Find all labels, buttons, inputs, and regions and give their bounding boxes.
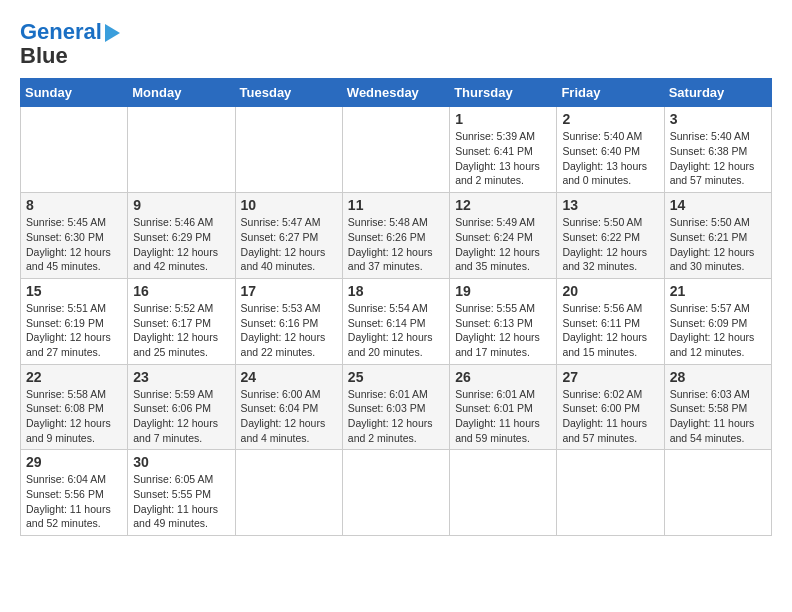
day-number: 2 bbox=[562, 111, 658, 127]
calendar-cell bbox=[342, 107, 449, 193]
column-header-sunday: Sunday bbox=[21, 79, 128, 107]
day-info: Sunrise: 5:59 AMSunset: 6:06 PMDaylight:… bbox=[133, 387, 229, 446]
calendar-cell bbox=[557, 450, 664, 536]
day-number: 20 bbox=[562, 283, 658, 299]
calendar-cell: 10Sunrise: 5:47 AMSunset: 6:27 PMDayligh… bbox=[235, 193, 342, 279]
calendar-cell bbox=[128, 107, 235, 193]
column-header-monday: Monday bbox=[128, 79, 235, 107]
day-number: 9 bbox=[133, 197, 229, 213]
day-number: 29 bbox=[26, 454, 122, 470]
day-info: Sunrise: 6:01 AMSunset: 6:01 PMDaylight:… bbox=[455, 387, 551, 446]
day-info: Sunrise: 6:01 AMSunset: 6:03 PMDaylight:… bbox=[348, 387, 444, 446]
calendar-cell bbox=[342, 450, 449, 536]
day-number: 14 bbox=[670, 197, 766, 213]
calendar-cell: 18Sunrise: 5:54 AMSunset: 6:14 PMDayligh… bbox=[342, 278, 449, 364]
calendar-cell: 12Sunrise: 5:49 AMSunset: 6:24 PMDayligh… bbox=[450, 193, 557, 279]
calendar-week-row: 1Sunrise: 5:39 AMSunset: 6:41 PMDaylight… bbox=[21, 107, 772, 193]
calendar-cell bbox=[235, 107, 342, 193]
day-info: Sunrise: 5:40 AMSunset: 6:38 PMDaylight:… bbox=[670, 129, 766, 188]
calendar-cell: 13Sunrise: 5:50 AMSunset: 6:22 PMDayligh… bbox=[557, 193, 664, 279]
calendar-cell: 19Sunrise: 5:55 AMSunset: 6:13 PMDayligh… bbox=[450, 278, 557, 364]
day-number: 25 bbox=[348, 369, 444, 385]
day-number: 27 bbox=[562, 369, 658, 385]
day-info: Sunrise: 5:39 AMSunset: 6:41 PMDaylight:… bbox=[455, 129, 551, 188]
calendar-cell: 11Sunrise: 5:48 AMSunset: 6:26 PMDayligh… bbox=[342, 193, 449, 279]
day-info: Sunrise: 5:40 AMSunset: 6:40 PMDaylight:… bbox=[562, 129, 658, 188]
day-number: 22 bbox=[26, 369, 122, 385]
calendar-cell: 27Sunrise: 6:02 AMSunset: 6:00 PMDayligh… bbox=[557, 364, 664, 450]
calendar-cell: 24Sunrise: 6:00 AMSunset: 6:04 PMDayligh… bbox=[235, 364, 342, 450]
day-info: Sunrise: 5:47 AMSunset: 6:27 PMDaylight:… bbox=[241, 215, 337, 274]
calendar-cell: 2Sunrise: 5:40 AMSunset: 6:40 PMDaylight… bbox=[557, 107, 664, 193]
calendar-cell: 23Sunrise: 5:59 AMSunset: 6:06 PMDayligh… bbox=[128, 364, 235, 450]
day-info: Sunrise: 5:55 AMSunset: 6:13 PMDaylight:… bbox=[455, 301, 551, 360]
day-number: 23 bbox=[133, 369, 229, 385]
calendar-cell bbox=[450, 450, 557, 536]
calendar-week-row: 8Sunrise: 5:45 AMSunset: 6:30 PMDaylight… bbox=[21, 193, 772, 279]
day-number: 8 bbox=[26, 197, 122, 213]
day-info: Sunrise: 5:45 AMSunset: 6:30 PMDaylight:… bbox=[26, 215, 122, 274]
day-number: 16 bbox=[133, 283, 229, 299]
calendar-cell bbox=[235, 450, 342, 536]
day-number: 13 bbox=[562, 197, 658, 213]
day-number: 26 bbox=[455, 369, 551, 385]
day-number: 3 bbox=[670, 111, 766, 127]
column-header-wednesday: Wednesday bbox=[342, 79, 449, 107]
day-info: Sunrise: 5:46 AMSunset: 6:29 PMDaylight:… bbox=[133, 215, 229, 274]
calendar-cell: 16Sunrise: 5:52 AMSunset: 6:17 PMDayligh… bbox=[128, 278, 235, 364]
calendar-cell: 30Sunrise: 6:05 AMSunset: 5:55 PMDayligh… bbox=[128, 450, 235, 536]
calendar-cell: 17Sunrise: 5:53 AMSunset: 6:16 PMDayligh… bbox=[235, 278, 342, 364]
day-number: 21 bbox=[670, 283, 766, 299]
day-number: 19 bbox=[455, 283, 551, 299]
day-info: Sunrise: 6:02 AMSunset: 6:00 PMDaylight:… bbox=[562, 387, 658, 446]
calendar-header-row: SundayMondayTuesdayWednesdayThursdayFrid… bbox=[21, 79, 772, 107]
day-info: Sunrise: 5:56 AMSunset: 6:11 PMDaylight:… bbox=[562, 301, 658, 360]
day-info: Sunrise: 5:48 AMSunset: 6:26 PMDaylight:… bbox=[348, 215, 444, 274]
day-number: 1 bbox=[455, 111, 551, 127]
day-info: Sunrise: 5:51 AMSunset: 6:19 PMDaylight:… bbox=[26, 301, 122, 360]
calendar-cell: 26Sunrise: 6:01 AMSunset: 6:01 PMDayligh… bbox=[450, 364, 557, 450]
calendar-week-row: 22Sunrise: 5:58 AMSunset: 6:08 PMDayligh… bbox=[21, 364, 772, 450]
day-info: Sunrise: 5:50 AMSunset: 6:21 PMDaylight:… bbox=[670, 215, 766, 274]
day-info: Sunrise: 5:54 AMSunset: 6:14 PMDaylight:… bbox=[348, 301, 444, 360]
day-info: Sunrise: 6:00 AMSunset: 6:04 PMDaylight:… bbox=[241, 387, 337, 446]
calendar-cell: 3Sunrise: 5:40 AMSunset: 6:38 PMDaylight… bbox=[664, 107, 771, 193]
calendar-cell: 9Sunrise: 5:46 AMSunset: 6:29 PMDaylight… bbox=[128, 193, 235, 279]
logo-general: General bbox=[20, 19, 102, 44]
column-header-saturday: Saturday bbox=[664, 79, 771, 107]
calendar-cell: 8Sunrise: 5:45 AMSunset: 6:30 PMDaylight… bbox=[21, 193, 128, 279]
day-info: Sunrise: 5:57 AMSunset: 6:09 PMDaylight:… bbox=[670, 301, 766, 360]
calendar-cell: 14Sunrise: 5:50 AMSunset: 6:21 PMDayligh… bbox=[664, 193, 771, 279]
calendar-week-row: 15Sunrise: 5:51 AMSunset: 6:19 PMDayligh… bbox=[21, 278, 772, 364]
day-number: 10 bbox=[241, 197, 337, 213]
day-number: 17 bbox=[241, 283, 337, 299]
day-info: Sunrise: 5:53 AMSunset: 6:16 PMDaylight:… bbox=[241, 301, 337, 360]
calendar-cell: 28Sunrise: 6:03 AMSunset: 5:58 PMDayligh… bbox=[664, 364, 771, 450]
day-info: Sunrise: 5:52 AMSunset: 6:17 PMDaylight:… bbox=[133, 301, 229, 360]
logo-text: General bbox=[20, 20, 120, 44]
calendar-cell: 20Sunrise: 5:56 AMSunset: 6:11 PMDayligh… bbox=[557, 278, 664, 364]
day-number: 18 bbox=[348, 283, 444, 299]
page-header: General Blue bbox=[20, 20, 772, 68]
day-number: 30 bbox=[133, 454, 229, 470]
day-number: 12 bbox=[455, 197, 551, 213]
day-number: 11 bbox=[348, 197, 444, 213]
calendar-cell: 1Sunrise: 5:39 AMSunset: 6:41 PMDaylight… bbox=[450, 107, 557, 193]
day-number: 28 bbox=[670, 369, 766, 385]
calendar-cell bbox=[21, 107, 128, 193]
logo-arrow-icon bbox=[105, 24, 120, 42]
column-header-tuesday: Tuesday bbox=[235, 79, 342, 107]
day-info: Sunrise: 5:58 AMSunset: 6:08 PMDaylight:… bbox=[26, 387, 122, 446]
calendar-week-row: 29Sunrise: 6:04 AMSunset: 5:56 PMDayligh… bbox=[21, 450, 772, 536]
day-number: 24 bbox=[241, 369, 337, 385]
day-number: 15 bbox=[26, 283, 122, 299]
calendar-table: SundayMondayTuesdayWednesdayThursdayFrid… bbox=[20, 78, 772, 536]
logo: General Blue bbox=[20, 20, 120, 68]
calendar-cell: 25Sunrise: 6:01 AMSunset: 6:03 PMDayligh… bbox=[342, 364, 449, 450]
calendar-cell bbox=[664, 450, 771, 536]
calendar-cell: 15Sunrise: 5:51 AMSunset: 6:19 PMDayligh… bbox=[21, 278, 128, 364]
column-header-thursday: Thursday bbox=[450, 79, 557, 107]
column-header-friday: Friday bbox=[557, 79, 664, 107]
calendar-cell: 21Sunrise: 5:57 AMSunset: 6:09 PMDayligh… bbox=[664, 278, 771, 364]
day-info: Sunrise: 6:04 AMSunset: 5:56 PMDaylight:… bbox=[26, 472, 122, 531]
